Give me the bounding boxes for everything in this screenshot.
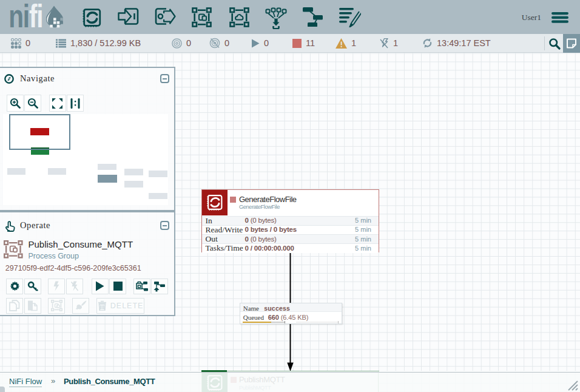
svg-text:ni: ni	[8, 0, 29, 30]
svg-text:fi: fi	[29, 0, 42, 30]
